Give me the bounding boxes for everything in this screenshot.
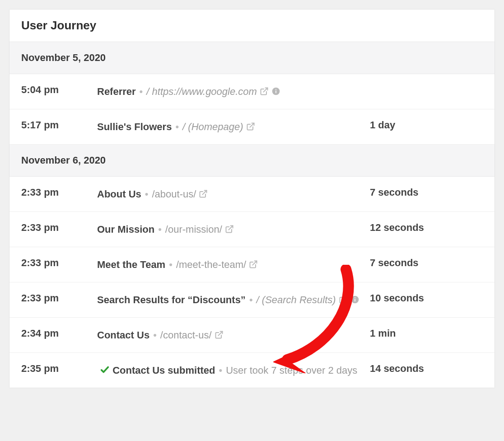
journey-row: 2:33 pmSearch Results for “Discounts”•/ …	[9, 282, 495, 318]
duration-cell: 7 seconds	[370, 257, 483, 269]
external-link-icon[interactable]	[246, 122, 255, 131]
external-link-icon[interactable]	[260, 87, 269, 96]
journey-row: 5:17 pmSullie's Flowers•/ (Homepage)1 da…	[9, 109, 495, 145]
row-title: Referrer	[97, 86, 136, 97]
journey-row: 5:04 pmReferrer•/ https://www.google.com	[9, 74, 495, 109]
time-cell: 2:34 pm	[21, 328, 97, 339]
external-link-icon[interactable]	[199, 189, 208, 198]
svg-line-5	[203, 191, 207, 195]
card-title: User Journey	[21, 19, 483, 33]
row-title: Meet the Team	[97, 259, 165, 270]
date-section-header: November 6, 2020	[9, 145, 495, 177]
svg-line-12	[218, 332, 222, 336]
time-cell: 5:04 pm	[21, 84, 97, 96]
time-cell: 2:33 pm	[21, 222, 97, 234]
main-cell: Sullie's Flowers•/ (Homepage)	[97, 119, 370, 134]
journey-row: 2:35 pm Contact Us submitted•User took 7…	[9, 353, 495, 388]
row-title: Contact Us submitted	[112, 365, 215, 376]
user-journey-card: User Journey November 5, 20205:04 pmRefe…	[9, 9, 495, 388]
main-cell: Search Results for “Discounts”•/ (Search…	[97, 292, 370, 307]
duration-cell: 12 seconds	[370, 222, 483, 234]
svg-line-4	[250, 123, 254, 127]
separator-dot: •	[169, 259, 173, 270]
separator-dot: •	[249, 294, 253, 305]
date-section-header: November 5, 2020	[9, 42, 495, 74]
card-header: User Journey	[9, 9, 495, 42]
row-path: / (Search Results)	[257, 294, 336, 305]
separator-dot: •	[175, 121, 179, 132]
info-icon[interactable]	[350, 295, 359, 304]
journey-row: 2:33 pmAbout Us•/about-us/7 seconds	[9, 177, 495, 212]
svg-rect-10	[355, 299, 355, 301]
external-link-icon[interactable]	[215, 330, 224, 339]
row-title: Our Mission	[97, 224, 154, 235]
svg-rect-2	[275, 90, 276, 93]
main-cell: Meet the Team•/meet-the-team/	[97, 257, 370, 272]
main-cell: Our Mission•/our-mission/	[97, 222, 370, 237]
duration-cell: 10 seconds	[370, 292, 483, 304]
row-path: /about-us/	[152, 188, 196, 200]
row-title: About Us	[97, 188, 141, 200]
svg-line-6	[229, 226, 233, 230]
journey-row: 2:33 pmMeet the Team•/meet-the-team/7 se…	[9, 247, 495, 282]
duration-cell: 14 seconds	[370, 363, 483, 375]
svg-rect-11	[355, 297, 355, 298]
journey-row: 2:34 pmContact Us•/contact-us/1 min	[9, 318, 495, 353]
main-cell: Referrer•/ https://www.google.com	[97, 84, 370, 99]
time-cell: 2:35 pm	[21, 363, 97, 375]
main-cell: Contact Us•/contact-us/	[97, 328, 370, 342]
main-cell: About Us•/about-us/	[97, 187, 370, 202]
row-path: /meet-the-team/	[176, 259, 246, 270]
row-path: /contact-us/	[160, 329, 212, 341]
svg-line-8	[342, 296, 346, 300]
external-link-icon[interactable]	[339, 295, 348, 304]
external-link-icon[interactable]	[225, 225, 234, 234]
separator-dot: •	[158, 224, 162, 235]
check-icon	[100, 365, 110, 375]
row-path: / https://www.google.com	[146, 86, 257, 97]
separator-dot: •	[153, 329, 157, 341]
external-link-icon[interactable]	[249, 260, 258, 269]
separator-dot: •	[219, 365, 222, 376]
info-icon[interactable]	[271, 87, 280, 96]
time-cell: 2:33 pm	[21, 257, 97, 269]
separator-dot: •	[140, 86, 143, 97]
row-path: /our-mission/	[165, 224, 222, 235]
svg-line-0	[263, 88, 267, 92]
date-heading: November 5, 2020	[21, 52, 483, 64]
duration-cell: 7 seconds	[370, 187, 483, 198]
svg-line-7	[253, 261, 257, 265]
time-cell: 2:33 pm	[21, 292, 97, 304]
row-meta: User took 7 steps over 2 days	[226, 365, 357, 376]
svg-rect-3	[275, 89, 276, 90]
journey-row: 2:33 pmOur Mission•/our-mission/12 secon…	[9, 212, 495, 247]
row-title: Contact Us	[97, 329, 149, 341]
date-heading: November 6, 2020	[21, 155, 483, 166]
separator-dot: •	[145, 188, 149, 200]
main-cell: Contact Us submitted•User took 7 steps o…	[97, 363, 370, 378]
row-title: Sullie's Flowers	[97, 121, 172, 132]
time-cell: 5:17 pm	[21, 119, 97, 131]
duration-cell: 1 min	[370, 328, 483, 339]
row-path: / (Homepage)	[182, 121, 243, 132]
time-cell: 2:33 pm	[21, 187, 97, 198]
row-title: Search Results for “Discounts”	[97, 294, 246, 305]
duration-cell: 1 day	[370, 119, 483, 131]
